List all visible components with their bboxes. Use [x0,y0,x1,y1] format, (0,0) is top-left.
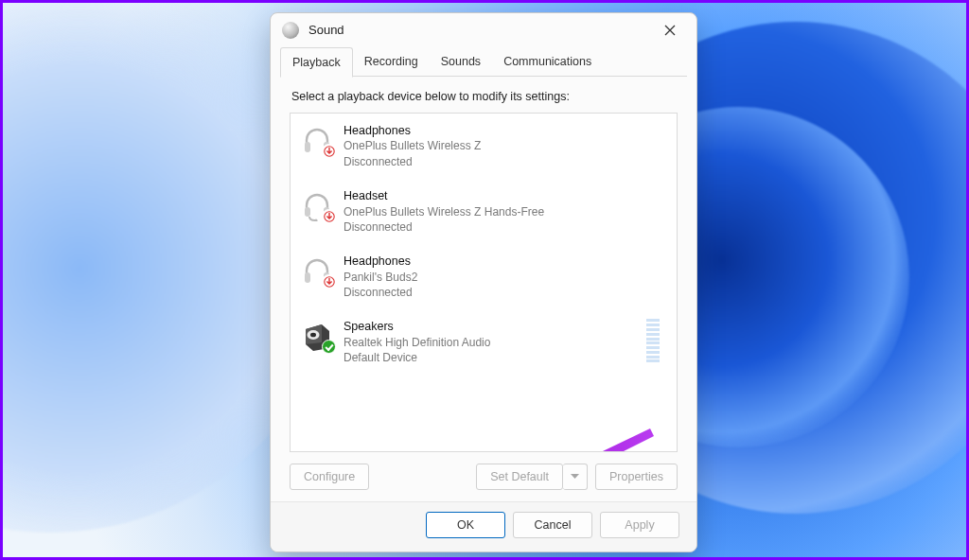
instruction-text: Select a playback device below to modify… [271,77,696,113]
device-item[interactable]: Headphones OnePlus Bullets Wireless Z Di… [291,114,677,179]
headphones-icon [300,123,334,157]
close-button[interactable] [649,16,691,44]
device-status: Default Device [344,350,490,365]
tab-playback[interactable]: Playback [280,47,353,78]
annotation-arrow [489,429,660,452]
device-desc: OnePlus Bullets Wireless Z Hands-Free [344,204,544,219]
apply-button[interactable]: Apply [600,512,679,538]
svg-marker-12 [489,429,654,452]
chevron-down-icon [571,474,579,480]
default-badge-icon [322,340,336,354]
set-default-dropdown[interactable] [563,464,588,490]
set-default-split-button[interactable]: Set Default [476,464,588,490]
ok-button[interactable]: OK [426,512,505,538]
device-item[interactable]: Headset OnePlus Bullets Wireless Z Hands… [291,179,677,244]
headset-icon [300,188,334,222]
disconnected-badge-icon [322,209,336,223]
tab-sounds[interactable]: Sounds [430,47,492,77]
device-desc: Realtek High Definition Audio [344,335,490,350]
disconnected-badge-icon [322,274,336,289]
volume-meter [646,319,660,362]
speaker-icon [300,319,334,353]
device-name: Headphones [344,254,417,270]
device-status: Disconnected [344,285,417,300]
configure-button[interactable]: Configure [290,464,369,490]
cancel-button[interactable]: Cancel [513,512,592,538]
svg-point-11 [310,333,316,338]
svg-rect-7 [305,272,310,283]
svg-point-5 [314,219,317,221]
device-item[interactable]: Speakers Realtek High Definition Audio D… [291,309,677,375]
sound-dialog: Sound Playback Recording Sounds Communic… [270,12,697,552]
device-list[interactable]: Headphones OnePlus Bullets Wireless Z Di… [290,113,678,452]
device-name: Headphones [344,123,481,139]
device-status: Disconnected [344,219,544,235]
titlebar: Sound [271,13,696,47]
device-desc: Pankil's Buds2 [344,270,417,285]
tab-communications[interactable]: Communications [492,47,603,77]
device-status: Disconnected [344,154,481,169]
headphones-icon [300,254,334,288]
device-desc: OnePlus Bullets Wireless Z [344,138,481,153]
tab-recording[interactable]: Recording [353,47,430,77]
disconnected-badge-icon [322,144,336,158]
close-icon [664,25,676,36]
device-name: Headset [344,188,544,204]
device-actions-row: Configure Set Default Properties [271,452,696,501]
svg-rect-3 [305,207,310,217]
device-item[interactable]: Headphones Pankil's Buds2 Disconnected [291,244,677,309]
window-title: Sound [308,23,649,37]
sound-app-icon [282,22,299,39]
properties-button[interactable]: Properties [595,464,678,490]
tab-strip: Playback Recording Sounds Communications [271,47,696,77]
svg-rect-0 [305,142,310,152]
dialog-footer: OK Cancel Apply [271,501,696,551]
device-name: Speakers [344,319,490,335]
set-default-button[interactable]: Set Default [476,464,563,490]
